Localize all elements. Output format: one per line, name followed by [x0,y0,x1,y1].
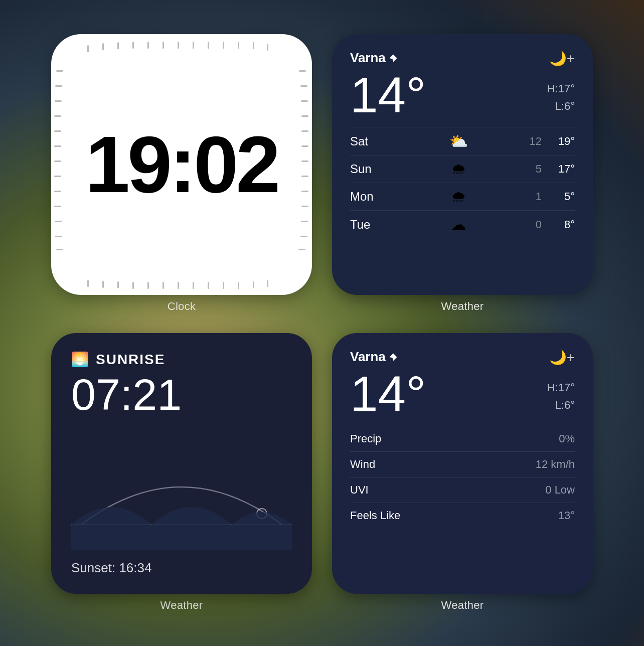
location-arrow-icon [389,54,398,63]
weather-detail-card: Varna 🌙+ 14° H:17° L:6° Precip 0% [332,333,593,594]
svg-rect-34 [147,282,149,289]
svg-rect-42 [54,115,61,117]
svg-rect-26 [267,280,268,287]
weather-forecast-high: H:17° [547,80,575,97]
svg-rect-40 [55,85,62,87]
forecast-low-0: 12 [527,135,542,148]
svg-rect-32 [178,282,179,289]
svg-rect-31 [193,282,194,289]
weather-forecast-widget: Varna 🌙+ 14° H:17° L:6° Sat ⛅ 12 [332,34,593,313]
weather-detail-high: H:17° [547,379,575,396]
svg-rect-18 [301,145,308,147]
forecast-high-1: 17° [550,163,575,176]
svg-rect-43 [54,130,61,132]
weather-detail-widget: Varna 🌙+ 14° H:17° L:6° Precip 0% [332,333,593,612]
forecast-temps-0: 12 19° [527,135,575,148]
weather-detail-hl: H:17° L:6° [547,379,575,419]
svg-rect-0 [87,45,89,52]
detail-moon-icon: 🌙+ [549,349,575,366]
clock-time: 19:02 [85,124,278,205]
sunrise-card: 🌅 SUNRISE 07:21 Sunset: 16:34 [51,333,312,594]
clock-label: Clock [168,300,196,313]
moon-icon: 🌙+ [549,50,575,67]
forecast-high-3: 8° [550,218,575,231]
weather-forecast-main-temp: 14° [350,70,426,120]
svg-rect-8 [208,42,209,49]
weather-detail-city: Varna [350,349,398,365]
forecast-high-0: 19° [550,135,575,148]
forecast-high-2: 5° [550,190,575,203]
svg-rect-41 [55,100,62,102]
svg-rect-21 [301,191,308,192]
detail-label-uvi: UVI [350,483,369,497]
svg-rect-1 [102,43,104,50]
svg-rect-39 [56,70,63,72]
forecast-day-1: Sun [350,162,390,176]
svg-rect-7 [193,42,194,49]
sunrise-arc-area [71,422,292,580]
forecast-row-2: Mon 🌧 1 5° [350,183,575,210]
weather-detail-temp-row: 14° H:17° L:6° [350,369,575,419]
city-name: Varna [350,50,386,66]
sunset-text: Sunset: 16:34 [71,560,151,576]
detail-value-precip: 0% [559,432,575,445]
svg-rect-3 [132,42,134,49]
forecast-icon-0: ⛅ [390,132,527,150]
forecast-icon-2: 🌧 [390,188,527,205]
app-grid: 19:02 Clock Varna 🌙+ 14° H:17° L:6° [31,14,613,632]
weather-detail-label: Weather [441,599,484,612]
forecast-row-3: Tue ☁ 0 8° [350,210,575,238]
svg-rect-19 [301,160,308,162]
svg-rect-20 [301,176,308,177]
sunrise-header: 🌅 SUNRISE [71,351,292,368]
svg-rect-17 [301,130,308,132]
clock-widget: 19:02 Clock [51,34,312,313]
sunrise-label: SUNRISE [96,352,165,368]
detail-row-feels: Feels Like 13° [350,503,575,528]
detail-location-arrow-icon [389,353,398,362]
weather-forecast-label: Weather [441,300,484,313]
sunrise-time: 07:21 [71,373,292,417]
svg-rect-5 [163,42,164,49]
sunrise-icon: 🌅 [71,351,89,368]
weather-forecast-city: Varna [350,50,398,66]
svg-rect-30 [208,282,209,289]
weather-forecast-card: Varna 🌙+ 14° H:17° L:6° Sat ⛅ 12 [332,34,593,295]
svg-rect-12 [267,44,268,51]
sunrise-arc-svg [71,459,292,550]
forecast-day-2: Mon [350,190,390,204]
svg-rect-38 [87,280,89,287]
forecast-day-0: Sat [350,134,390,148]
forecast-low-1: 5 [527,163,542,176]
detail-value-uvi: 0 Low [545,483,575,497]
detail-row-uvi: UVI 0 Low [350,477,575,503]
svg-rect-16 [301,115,308,117]
svg-rect-33 [163,282,164,289]
svg-rect-47 [54,191,61,192]
svg-rect-45 [54,160,61,162]
svg-rect-28 [238,282,239,289]
detail-label-precip: Precip [350,432,381,445]
detail-value-wind: 12 km/h [536,458,575,471]
svg-rect-51 [56,249,63,250]
svg-rect-48 [54,206,61,207]
svg-rect-22 [301,206,308,207]
svg-rect-46 [54,176,61,177]
detail-label-feels: Feels Like [350,509,400,522]
svg-rect-44 [54,145,61,147]
svg-rect-29 [223,282,224,289]
weather-detail-main-temp: 14° [350,369,426,419]
svg-rect-35 [132,282,134,289]
svg-rect-11 [253,42,254,49]
svg-rect-50 [55,236,62,237]
sunrise-widget: 🌅 SUNRISE 07:21 Sunset: 16:34 [51,333,312,612]
forecast-temps-1: 5 17° [527,163,575,176]
svg-rect-4 [147,42,149,49]
weather-detail-header: Varna 🌙+ [350,349,575,366]
svg-rect-6 [178,42,179,49]
svg-rect-37 [102,281,104,288]
forecast-temps-3: 0 8° [527,218,575,231]
svg-rect-25 [298,249,305,250]
forecast-icon-1: 🌧 [390,160,527,178]
detail-row-precip: Precip 0% [350,426,575,451]
